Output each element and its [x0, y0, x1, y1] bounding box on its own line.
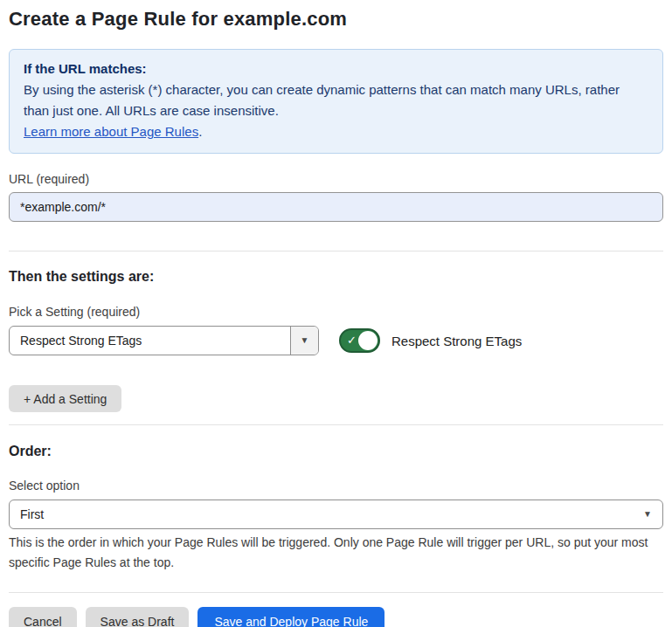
pick-setting-label: Pick a Setting (required): [9, 305, 663, 319]
order-select-label: Select option: [9, 479, 663, 493]
info-box-link-line: Learn more about Page Rules.: [24, 121, 648, 142]
toggle-knob: [358, 331, 378, 350]
section-divider: [9, 424, 663, 425]
page-rule-form: Create a Page Rule for example.com If th…: [0, 8, 672, 627]
url-input[interactable]: [9, 192, 663, 222]
url-match-info-box: If the URL matches: By using the asteris…: [9, 49, 663, 154]
respect-strong-etags-toggle[interactable]: ✓: [339, 328, 380, 353]
link-suffix-period: .: [198, 124, 202, 139]
info-box-heading: If the URL matches:: [24, 59, 648, 79]
chevron-down-icon: ▼: [301, 336, 309, 345]
toggle-label: Respect Strong ETags: [391, 334, 522, 348]
save-deploy-button[interactable]: Save and Deploy Page Rule: [197, 607, 384, 627]
order-select[interactable]: First ▼: [9, 500, 663, 529]
info-box-body: By using the asterisk (*) character, you…: [24, 79, 648, 121]
order-select-value: First: [20, 507, 643, 521]
section-divider: [9, 251, 663, 251]
learn-more-link[interactable]: Learn more about Page Rules: [24, 124, 198, 139]
setting-dropdown[interactable]: Respect Strong ETags ▼: [9, 326, 319, 355]
save-draft-button[interactable]: Save as Draft: [86, 607, 190, 627]
setting-dropdown-arrow-button[interactable]: ▼: [290, 327, 318, 355]
chevron-down-icon: ▼: [643, 510, 652, 519]
settings-section-heading: Then the settings are:: [9, 269, 663, 285]
check-icon: ✓: [347, 334, 357, 346]
order-section-heading: Order:: [9, 444, 663, 459]
setting-row: Respect Strong ETags ▼ ✓ Respect Strong …: [9, 326, 663, 355]
add-setting-button[interactable]: + Add a Setting: [9, 385, 121, 412]
cancel-button[interactable]: Cancel: [9, 607, 77, 627]
footer-divider: [9, 592, 663, 593]
order-help-text: This is the order in which your Page Rul…: [9, 533, 663, 573]
setting-dropdown-value: Respect Strong ETags: [10, 327, 290, 355]
url-field-label: URL (required): [9, 172, 663, 186]
page-title: Create a Page Rule for example.com: [9, 8, 663, 31]
footer-actions: Cancel Save as Draft Save and Deploy Pag…: [9, 607, 663, 627]
